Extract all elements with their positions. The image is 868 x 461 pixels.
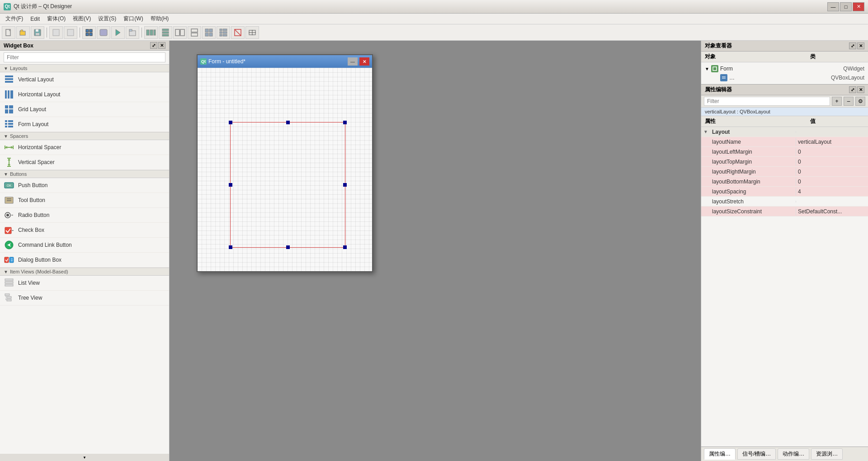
svg-rect-42 (5, 78, 13, 80)
svg-rect-34 (220, 34, 222, 36)
widget-list-scroll-down[interactable]: ▼ (0, 454, 169, 461)
widget-dialog-button-box[interactable]: Dialog Button Box (0, 253, 169, 268)
edit-tab-button[interactable] (126, 26, 139, 39)
layout-grid-button[interactable] (202, 26, 216, 39)
widget-tree-view[interactable]: Tree View (0, 291, 169, 306)
prop-row-layoutname[interactable]: layoutName verticalLayout (701, 137, 868, 147)
adjust-size-button[interactable] (245, 26, 259, 39)
handle-top-right[interactable] (343, 121, 347, 124)
break-layout-button[interactable] (231, 26, 245, 39)
layout-split-h-button[interactable] (173, 26, 187, 39)
svg-point-73 (6, 214, 9, 216)
widget-command-link-button[interactable]: Command Link Button (0, 238, 169, 253)
widget-form-layout[interactable]: Form Layout (0, 117, 169, 132)
layout-form-button[interactable] (217, 26, 230, 39)
widget-grid-layout[interactable]: Grid Layout (0, 102, 169, 117)
menu-help[interactable]: 帮助(H) (147, 14, 173, 24)
menu-window[interactable]: 窗体(O) (43, 14, 69, 24)
tab-property-editor[interactable]: 属性编… (704, 448, 736, 460)
edit-widgets-button[interactable] (82, 26, 96, 39)
menu-settings[interactable]: 设置(S) (94, 14, 120, 24)
layout-v-button[interactable] (159, 26, 172, 39)
prop-row-leftmargin[interactable]: layoutLeftMargin 0 (701, 147, 868, 157)
canvas-area[interactable]: Qt Form - untitled* — ✕ (170, 41, 701, 461)
widget-vertical-layout[interactable]: Vertical Layout (0, 72, 169, 87)
category-item-views[interactable]: ▼Item Views (Model-Based) (0, 268, 169, 276)
handle-middle-right[interactable] (343, 183, 347, 187)
svg-rect-1 (20, 31, 25, 35)
prop-row-stretch[interactable]: layoutStretch (701, 197, 868, 207)
minimize-button[interactable]: — (827, 2, 839, 11)
category-spacers[interactable]: ▼Spacers (0, 132, 169, 140)
category-layouts[interactable]: ▼Layouts (0, 64, 169, 72)
vertical-spacer-icon (4, 157, 14, 168)
widget-check-box[interactable]: Check Box (0, 223, 169, 238)
widget-horizontal-spacer[interactable]: Horizontal Spacer (0, 140, 169, 155)
prop-row-topmargin[interactable]: layoutTopMargin 0 (701, 157, 868, 167)
widget-box-float-button[interactable]: ⤢ (150, 42, 157, 49)
widget-box-close-button[interactable]: ✕ (158, 42, 165, 49)
obj-row-layout[interactable]: … QVBoxLayout (701, 73, 868, 82)
prop-editor-close-button[interactable]: ✕ (857, 86, 864, 93)
layout-h-button[interactable] (144, 26, 158, 39)
form-minimize-button[interactable]: — (348, 57, 358, 66)
obj-icon-layout (720, 74, 727, 81)
layout-split-v-button[interactable] (188, 26, 201, 39)
category-buttons[interactable]: ▼Buttons (0, 170, 169, 178)
prop-editor-header: 属性编辑器 ⤢ ✕ (701, 85, 868, 95)
undo-button[interactable] (49, 26, 63, 39)
edit-signals-button[interactable] (97, 26, 110, 39)
prop-add-button[interactable]: + (832, 97, 842, 106)
handle-top-center[interactable] (286, 121, 290, 124)
form-title-bar: Qt Form - untitled* — ✕ (198, 55, 372, 68)
prop-editor-float-button[interactable]: ⤢ (849, 86, 856, 93)
handle-middle-left[interactable] (229, 183, 232, 187)
widget-push-button[interactable]: OK Push Button (0, 178, 169, 193)
handle-bottom-right[interactable] (343, 245, 347, 249)
tab-resource-browser[interactable]: 资源浏… (811, 448, 843, 460)
prop-configure-button[interactable]: ⚙ (855, 97, 865, 106)
edit-action-button[interactable] (111, 26, 125, 39)
obj-inspector-float-button[interactable]: ⤢ (849, 42, 856, 49)
widget-vertical-spacer[interactable]: Vertical Spacer (0, 155, 169, 170)
prop-row-rightmargin[interactable]: layoutRightMargin 0 (701, 167, 868, 177)
menu-windows[interactable]: 窗口(W) (120, 14, 146, 24)
menu-file[interactable]: 文件(F) (2, 14, 27, 24)
tab-signal-slot[interactable]: 信号/槽编… (737, 448, 776, 460)
prop-row-spacing[interactable]: layoutSpacing 4 (701, 187, 868, 197)
handle-bottom-center[interactable] (286, 245, 290, 249)
prop-list: ▼ Layout layoutName verticalLayout layou… (701, 127, 868, 447)
close-button[interactable]: ✕ (853, 2, 864, 11)
prop-filter-input[interactable] (704, 97, 830, 106)
save-button[interactable] (31, 26, 44, 39)
svg-rect-69 (5, 197, 13, 203)
obj-expand-form[interactable]: ▼ (705, 66, 711, 71)
obj-inspector-close-button[interactable]: ✕ (857, 42, 864, 49)
prop-remove-button[interactable]: – (844, 97, 854, 106)
prop-row-bottommargin[interactable]: layoutBottomMargin 0 (701, 177, 868, 187)
widget-horizontal-layout[interactable]: Horizontal Layout (0, 87, 169, 102)
new-button[interactable] (2, 26, 15, 39)
widget-tool-button[interactable]: Tool Button (0, 193, 169, 208)
maximize-button[interactable]: □ (840, 2, 852, 11)
prop-expand-layout[interactable]: ▼ (701, 129, 710, 134)
radio-button-icon (4, 210, 14, 221)
widget-list-view[interactable]: List View (0, 276, 169, 291)
widget-radio-button[interactable]: Radio Button (0, 208, 169, 223)
handle-bottom-left[interactable] (229, 245, 232, 249)
handle-top-left[interactable] (229, 121, 232, 124)
prop-category-layout[interactable]: ▼ Layout (701, 127, 868, 137)
open-button[interactable] (16, 26, 30, 39)
obj-row-form[interactable]: ▼ Form QWidget (701, 64, 868, 73)
form-close-button[interactable]: ✕ (359, 57, 369, 66)
redo-button[interactable] (64, 26, 77, 39)
svg-rect-54 (8, 123, 13, 125)
prop-row-sizeconstraint[interactable]: layoutSizeConstraint SetDefaultConst... (701, 207, 868, 216)
menu-edit[interactable]: Edit (27, 15, 43, 23)
svg-rect-88 (7, 296, 11, 298)
prop-col-attr: 属性 (705, 118, 810, 125)
menu-view[interactable]: 视图(V) (69, 14, 94, 24)
form-body[interactable] (198, 68, 372, 271)
tab-action-editor[interactable]: 动作编… (778, 448, 809, 460)
widget-box-filter[interactable] (4, 52, 165, 62)
